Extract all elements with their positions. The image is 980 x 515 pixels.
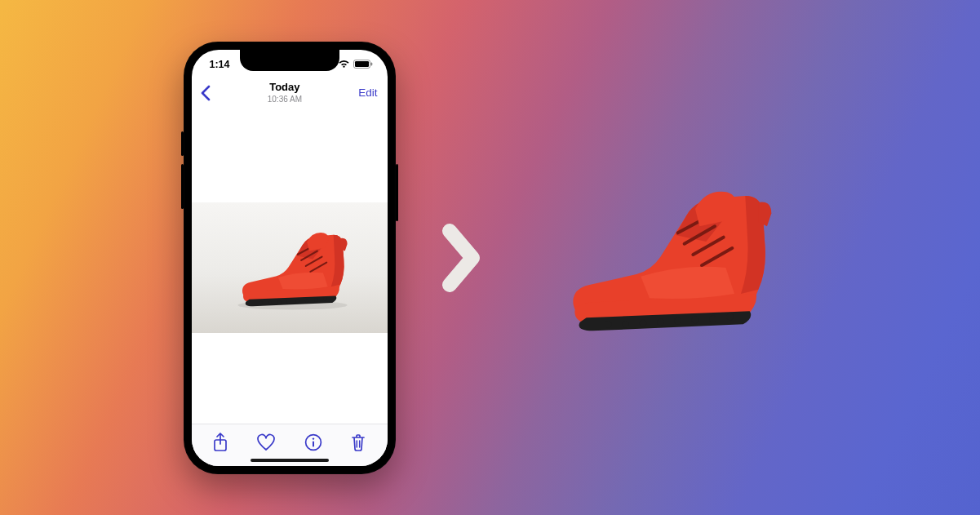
- sneaker-image: [220, 219, 359, 317]
- svg-point-14: [314, 298, 318, 302]
- nav-title: Today: [268, 82, 302, 94]
- status-time: 1:14: [210, 59, 230, 70]
- comparison-stage: 1:14: [184, 42, 797, 474]
- svg-point-10: [277, 300, 282, 304]
- svg-rect-19: [313, 442, 314, 447]
- trash-icon: [350, 433, 366, 452]
- iphone-screen: 1:14: [192, 50, 388, 466]
- back-button[interactable]: [200, 85, 211, 101]
- svg-point-12: [295, 299, 299, 303]
- share-icon: [212, 433, 228, 452]
- chevron-right-icon: [441, 223, 482, 293]
- sneaker-cutout: [532, 164, 793, 352]
- svg-point-27: [726, 313, 734, 320]
- transform-arrow: [433, 223, 490, 293]
- svg-point-18: [313, 437, 314, 439]
- svg-point-9: [268, 300, 272, 304]
- info-icon: [304, 433, 322, 451]
- svg-point-21: [622, 321, 629, 328]
- delete-button[interactable]: [350, 433, 366, 452]
- svg-point-13: [304, 298, 308, 302]
- chevron-left-icon: [200, 85, 211, 101]
- favorite-button[interactable]: [256, 433, 276, 451]
- home-indicator[interactable]: [251, 459, 329, 462]
- info-button[interactable]: [304, 433, 322, 451]
- photos-navbar: Today 10:36 AM Edit: [192, 79, 388, 112]
- svg-point-8: [259, 300, 263, 304]
- result-panel: [528, 164, 797, 352]
- heart-icon: [256, 433, 276, 451]
- iphone-frame: 1:14: [184, 42, 396, 474]
- nav-subtitle: 10:36 AM: [268, 95, 302, 104]
- edit-button[interactable]: Edit: [358, 87, 377, 99]
- svg-point-20: [605, 321, 612, 328]
- svg-rect-6: [370, 63, 372, 66]
- svg-point-26: [709, 315, 716, 322]
- photo-with-background: [192, 202, 388, 333]
- svg-point-25: [691, 316, 698, 323]
- svg-point-15: [323, 296, 327, 300]
- notch: [240, 50, 339, 71]
- svg-rect-5: [355, 61, 369, 67]
- share-button[interactable]: [212, 433, 228, 452]
- svg-point-11: [286, 300, 290, 304]
- photo-viewport[interactable]: [192, 112, 388, 424]
- battery-icon: [353, 60, 373, 69]
- svg-point-24: [674, 317, 681, 325]
- wifi-icon: [338, 60, 350, 69]
- nav-title-block: Today 10:36 AM: [268, 82, 302, 104]
- svg-point-23: [657, 318, 664, 326]
- svg-point-22: [639, 319, 646, 326]
